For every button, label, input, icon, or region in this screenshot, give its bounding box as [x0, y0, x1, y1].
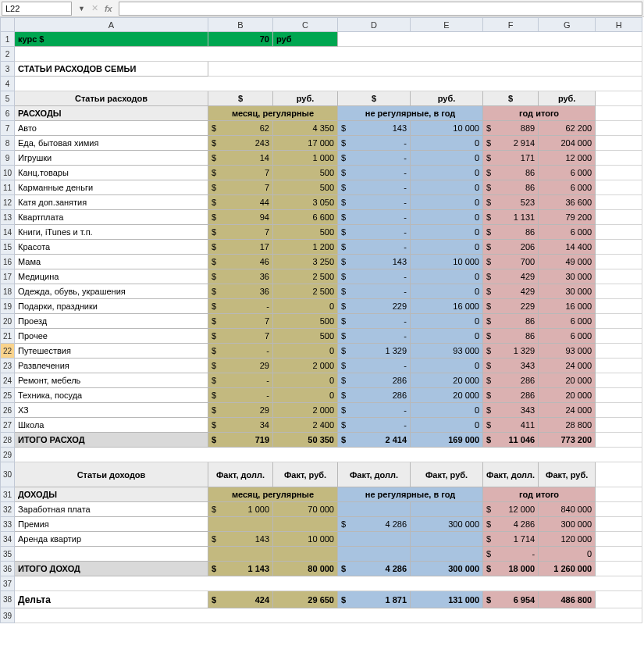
cancel-icon: ✕ [91, 3, 98, 13]
col-G[interactable]: G [539, 18, 596, 32]
name-box-dropdown[interactable]: ▼ [75, 5, 88, 12]
col-F[interactable]: F [483, 18, 539, 32]
col-C[interactable]: C [273, 18, 338, 32]
col-A[interactable]: A [15, 18, 208, 32]
col-H[interactable]: H [596, 18, 642, 32]
name-box[interactable] [2, 2, 72, 16]
formula-bar: ▼ ✕ fx [0, 0, 644, 17]
spreadsheet-grid[interactable]: A B C D E F G H 1 курс $ 70 руб 23СТАТЬИ… [0, 17, 642, 623]
col-D[interactable]: D [338, 18, 411, 32]
col-E[interactable]: E [411, 18, 483, 32]
col-header-row: A B C D E F G H [1, 18, 642, 32]
select-all[interactable] [1, 18, 15, 32]
col-B[interactable]: B [208, 18, 273, 32]
fx-icon[interactable]: fx [101, 4, 116, 13]
formula-input[interactable] [119, 2, 642, 16]
